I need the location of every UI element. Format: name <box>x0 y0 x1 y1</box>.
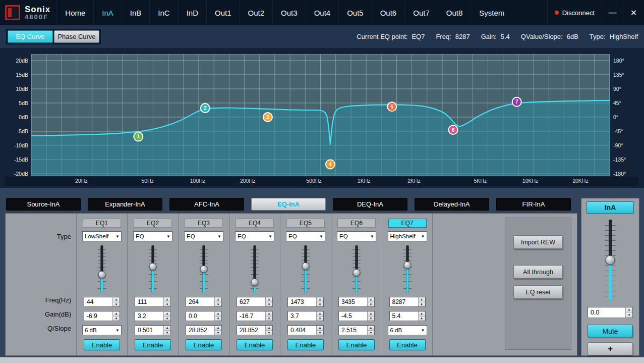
stepper-up-icon[interactable]: ▲ <box>164 312 170 317</box>
phase-curve-button[interactable]: Phase Curve <box>54 30 99 43</box>
eq-band-header-eq1[interactable]: EQ1 <box>83 219 121 228</box>
stepper-up-icon[interactable]: ▲ <box>164 326 170 331</box>
stepper-down-icon[interactable]: ▼ <box>368 302 374 307</box>
q-input-eq4-value[interactable]: 28.852 <box>237 326 265 335</box>
eq-band-header-eq5[interactable]: EQ5 <box>286 219 325 228</box>
menu-item-home[interactable]: Home <box>56 0 93 25</box>
gain-slider-eq2[interactable] <box>146 245 159 293</box>
freq-input-eq2-value[interactable]: 111 <box>135 297 163 306</box>
stepper-up-icon[interactable]: ▲ <box>215 326 221 331</box>
tab-eq-ina[interactable]: EQ-InA <box>251 198 326 211</box>
stepper-up-icon[interactable]: ▲ <box>317 312 323 317</box>
stepper-up-icon[interactable]: ▲ <box>215 297 221 302</box>
stepper-down-icon[interactable]: ▼ <box>215 331 221 335</box>
q-input-eq2-value[interactable]: 0.501 <box>135 326 163 335</box>
stepper-down-icon[interactable]: ▼ <box>317 331 323 335</box>
stepper-down-icon[interactable]: ▼ <box>368 331 374 335</box>
menu-item-ind[interactable]: InD <box>178 0 206 25</box>
stepper-down-icon[interactable]: ▼ <box>215 302 221 307</box>
stepper-down-icon[interactable]: ▼ <box>215 317 221 321</box>
eq-point-marker-6[interactable]: 6 <box>449 125 458 134</box>
stepper-down-icon[interactable]: ▼ <box>266 302 272 307</box>
stepper-down-icon[interactable]: ▼ <box>317 317 323 321</box>
stepper-down-icon[interactable]: ▼ <box>266 317 272 321</box>
stepper-up-icon[interactable]: ▲ <box>215 312 221 317</box>
eq-point-marker-1[interactable]: 1 <box>134 132 143 141</box>
gain-input-eq5-value[interactable]: 3.7 <box>288 312 316 321</box>
enable-button-eq4[interactable]: Enable <box>237 339 273 350</box>
stepper-down-icon[interactable]: ▼ <box>419 302 425 307</box>
tab-fir-ina[interactable]: FIR-InA <box>496 198 571 211</box>
freq-input-eq1-value[interactable]: 44 <box>84 297 112 306</box>
gain-input-eq6-value[interactable]: -4.5 <box>339 312 367 321</box>
stepper-up-icon[interactable]: ▲ <box>368 326 374 331</box>
disconnect-button[interactable]: Disconnect <box>547 0 602 25</box>
menu-item-inc[interactable]: InC <box>149 0 178 25</box>
enable-button-eq5[interactable]: Enable <box>287 339 324 350</box>
eq-band-header-eq3[interactable]: EQ3 <box>185 219 223 228</box>
type-dropdown-eq5[interactable]: EQ▼ <box>286 231 325 241</box>
stepper-up-icon[interactable]: ▲ <box>164 297 170 302</box>
menu-item-out4[interactable]: Out4 <box>306 0 339 25</box>
stepper-up-icon[interactable]: ▲ <box>113 297 120 302</box>
q-input-eq5-value[interactable]: 0.404 <box>288 326 316 335</box>
gain-input-eq1-value[interactable]: -6.9 <box>84 312 112 321</box>
enable-button-eq1[interactable]: Enable <box>84 339 120 350</box>
stepper-down-icon[interactable]: ▼ <box>164 317 170 321</box>
freq-input-eq6-value[interactable]: 3435 <box>339 297 367 306</box>
gain-slider-eq3-thumb[interactable] <box>200 266 208 273</box>
gain-slider-eq7-thumb[interactable] <box>403 261 411 269</box>
gain-slider-eq3[interactable] <box>197 245 210 293</box>
stepper-up-icon[interactable]: ▲ <box>317 297 323 302</box>
gain-slider-eq4[interactable] <box>248 245 261 293</box>
eq-band-header-eq6[interactable]: EQ6 <box>337 219 376 228</box>
freq-input-eq5-value[interactable]: 1473 <box>288 297 316 306</box>
master-fader-ina-thumb[interactable] <box>606 255 615 265</box>
eq-point-marker-5[interactable]: 5 <box>387 102 396 111</box>
minimize-button[interactable]: — <box>602 0 623 25</box>
tab-delayed-ina[interactable]: Delayed-InA <box>415 198 489 211</box>
enable-button-eq6[interactable]: Enable <box>338 339 375 350</box>
stepper-down-icon[interactable]: ▼ <box>626 313 632 318</box>
gain-slider-eq2-thumb[interactable] <box>149 263 157 270</box>
stepper-up-icon[interactable]: ▲ <box>266 297 272 302</box>
gain-slider-eq7[interactable] <box>401 245 414 293</box>
gain-slider-eq4-thumb[interactable] <box>251 279 259 286</box>
add-channel-button[interactable]: + <box>588 342 633 355</box>
type-dropdown-eq3[interactable]: EQ▼ <box>184 231 223 241</box>
gain-slider-eq6-thumb[interactable] <box>353 269 361 277</box>
freq-input-eq3-value[interactable]: 264 <box>186 297 214 306</box>
menu-item-out3[interactable]: Out3 <box>272 0 306 25</box>
stepper-up-icon[interactable]: ▲ <box>113 312 120 317</box>
menu-item-out7[interactable]: Out7 <box>404 0 438 25</box>
stepper-down-icon[interactable]: ▼ <box>113 317 120 321</box>
gain-input-eq2-value[interactable]: 3.2 <box>135 312 163 321</box>
freq-input-eq4-value[interactable]: 627 <box>237 297 265 306</box>
freq-input-eq7-value[interactable]: 8287 <box>390 297 418 306</box>
type-dropdown-eq2[interactable]: EQ▼ <box>133 231 172 241</box>
menu-item-inb[interactable]: InB <box>122 0 150 25</box>
stepper-up-icon[interactable]: ▲ <box>368 297 374 302</box>
menu-item-ina[interactable]: InA <box>93 0 122 25</box>
gain-slider-eq5-thumb[interactable] <box>302 263 310 270</box>
enable-button-eq2[interactable]: Enable <box>135 339 171 350</box>
gain-slider-eq1-thumb[interactable] <box>98 271 106 278</box>
stepper-down-icon[interactable]: ▼ <box>317 302 323 307</box>
tool-button-eq-reset[interactable]: EQ reset <box>513 285 563 299</box>
tab-deq-ina[interactable]: DEQ-InA <box>333 198 407 211</box>
close-button[interactable]: ✕ <box>623 0 644 25</box>
stepper-up-icon[interactable]: ▲ <box>266 312 272 317</box>
q-slope-dropdown-eq1[interactable]: 6 dB▼ <box>82 325 122 335</box>
eq-band-header-eq2[interactable]: EQ2 <box>134 219 172 228</box>
gain-input-eq7-value[interactable]: 5.4 <box>390 312 418 321</box>
gain-slider-eq5[interactable] <box>299 245 312 293</box>
type-dropdown-eq4[interactable]: EQ▼ <box>235 231 274 241</box>
stepper-down-icon[interactable]: ▼ <box>368 317 374 321</box>
stepper-down-icon[interactable]: ▼ <box>419 317 425 321</box>
eq-point-marker-4[interactable]: 4 <box>326 160 335 169</box>
menu-item-out6[interactable]: Out6 <box>372 0 405 25</box>
menu-item-out8[interactable]: Out8 <box>438 0 471 25</box>
tab-source-ina[interactable]: Source-InA <box>6 198 81 211</box>
eq-point-marker-2[interactable]: 2 <box>201 103 210 113</box>
gain-slider-eq6[interactable] <box>350 245 363 293</box>
